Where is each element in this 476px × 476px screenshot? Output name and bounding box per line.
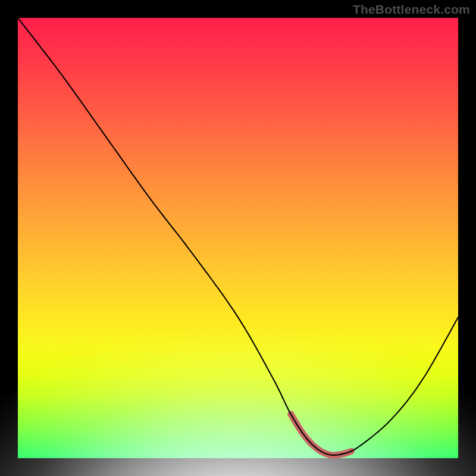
curve-layer (18, 18, 458, 458)
bottleneck-curve (18, 18, 458, 455)
watermark-text: TheBottleneck.com (353, 2, 470, 17)
chart-stage: TheBottleneck.com (0, 0, 476, 476)
plot-area (18, 18, 458, 458)
optimal-range-highlight (291, 414, 352, 455)
